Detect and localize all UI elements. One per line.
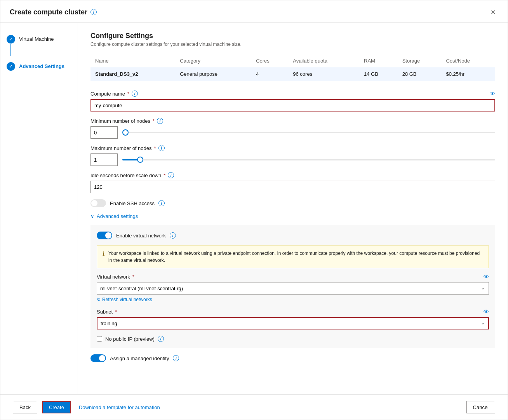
cell-ram: 14 GB: [359, 67, 398, 81]
managed-identity-row: Assign a managed identity i: [90, 354, 495, 362]
subnet-label: Subnet *: [97, 309, 117, 315]
enable-vnet-info-icon[interactable]: i: [170, 232, 176, 239]
toggle-knob-vnet: [105, 232, 111, 239]
title-row: Create compute cluster i: [10, 8, 97, 16]
enable-vnet-row: Enable virtual network i: [97, 232, 489, 239]
vnet-label-row: Virtual network * 👁: [97, 274, 489, 280]
managed-identity-label: Assign a managed identity: [110, 356, 169, 361]
min-nodes-slider-track: [122, 132, 495, 133]
compute-name-input[interactable]: [90, 99, 495, 112]
advanced-settings-header[interactable]: ∨ Advanced settings: [90, 213, 495, 219]
enable-ssh-toggle[interactable]: [90, 199, 106, 207]
cell-storage: 28 GB: [398, 67, 442, 81]
max-nodes-info-icon[interactable]: i: [158, 145, 165, 151]
subnet-eye-icon[interactable]: 👁: [484, 308, 489, 315]
enable-vnet-toggle[interactable]: [97, 232, 112, 239]
close-button[interactable]: ✕: [487, 7, 498, 17]
chevron-down-icon: ∨: [90, 213, 94, 219]
sidebar: ✓ Virtual Machine ✓ Advanced Settings: [0, 23, 78, 394]
min-nodes-group: Minimum number of nodes * i: [90, 118, 495, 139]
enable-vnet-label: Enable virtual network: [116, 233, 166, 239]
step-indicator-vm: ✓: [7, 35, 15, 56]
cell-quota: 96 cores: [288, 67, 359, 81]
col-header-quota: Available quota: [288, 55, 359, 67]
no-public-ip-label: No public IP (preview): [105, 336, 155, 342]
min-nodes-info-icon[interactable]: i: [157, 118, 163, 124]
enable-ssh-row: Enable SSH access i: [90, 199, 495, 207]
section-title: Configure Settings: [90, 32, 495, 40]
vnet-label: Virtual network *: [97, 274, 134, 280]
compute-name-eye-icon[interactable]: 👁: [490, 91, 495, 97]
step-circle-vm: ✓: [7, 35, 15, 44]
vnet-warning-box: ℹ Your workspace is linked to a virtual …: [97, 246, 489, 268]
dialog-body: ✓ Virtual Machine ✓ Advanced Settings Co…: [0, 23, 508, 394]
managed-identity-toggle[interactable]: [90, 354, 106, 362]
virtual-network-select[interactable]: ml-vnet-scentral (ml-vnet-scentral-rg): [97, 282, 489, 295]
back-button[interactable]: Back: [13, 401, 37, 413]
dialog-info-icon[interactable]: i: [90, 9, 97, 15]
col-header-name: Name: [90, 55, 175, 67]
refresh-icon: ↻: [97, 297, 101, 302]
section-subtitle: Configure compute cluster settings for y…: [90, 42, 495, 47]
warning-text: Your workspace is linked to a virtual ne…: [108, 250, 483, 264]
dialog-title: Create compute cluster: [10, 8, 87, 16]
managed-identity-info-icon[interactable]: i: [173, 355, 179, 361]
subnet-group: Subnet * 👁 training: [97, 308, 489, 329]
toggle-knob-ssh: [91, 200, 97, 206]
table-row[interactable]: Standard_DS3_v2 General purpose 4 96 cor…: [90, 67, 495, 81]
no-public-ip-row: No public IP (preview) i: [97, 336, 489, 342]
refresh-vnet-label: Refresh virtual networks: [102, 297, 152, 302]
cell-cost: $0.25/hr: [441, 67, 495, 81]
max-nodes-input[interactable]: [90, 153, 118, 166]
idle-seconds-required: *: [164, 173, 165, 178]
min-nodes-input[interactable]: [90, 126, 118, 139]
max-nodes-slider-track: [122, 159, 495, 160]
col-header-cost: Cost/Node: [441, 55, 495, 67]
cell-cores: 4: [251, 67, 288, 81]
enable-ssh-info-icon[interactable]: i: [158, 200, 165, 206]
subnet-select[interactable]: training: [97, 317, 489, 329]
advanced-settings-content: Enable virtual network i ℹ Your workspac…: [90, 225, 495, 348]
sidebar-step-advanced-settings[interactable]: ✓ Advanced Settings: [0, 59, 78, 74]
virtual-network-group: Virtual network * 👁 ml-vnet-scentral (ml…: [97, 274, 489, 302]
idle-seconds-info-icon[interactable]: i: [168, 172, 174, 178]
required-star: *: [127, 91, 129, 97]
subnet-select-wrapper: training: [97, 317, 489, 329]
idle-seconds-input[interactable]: [90, 181, 495, 193]
compute-name-label: Compute name * i 👁: [90, 91, 495, 97]
no-public-ip-checkbox[interactable]: [97, 336, 102, 342]
min-nodes-required: *: [153, 118, 155, 124]
compute-name-info-icon[interactable]: i: [132, 91, 138, 97]
create-compute-dialog: Create compute cluster i ✕ ✓ Virtual Mac…: [0, 0, 508, 420]
vnet-select-wrapper: ml-vnet-scentral (ml-vnet-scentral-rg): [97, 282, 489, 295]
max-nodes-group: Maximum number of nodes * i: [90, 145, 495, 166]
cell-category: General purpose: [175, 67, 251, 81]
min-nodes-slider-thumb[interactable]: [122, 129, 129, 136]
automation-link[interactable]: Download a template for automation: [79, 404, 160, 410]
dialog-footer: Back Create Download a template for auto…: [0, 394, 508, 420]
create-button[interactable]: Create: [42, 401, 71, 413]
col-header-category: Category: [175, 55, 251, 67]
vm-config-table: Name Category Cores Available quota RAM …: [90, 55, 495, 81]
step-circle-adv: ✓: [7, 62, 15, 71]
no-public-ip-info-icon[interactable]: i: [158, 336, 164, 342]
vnet-required: *: [132, 274, 134, 280]
cancel-button[interactable]: Cancel: [466, 401, 495, 413]
warning-icon: ℹ: [103, 250, 104, 264]
compute-name-group: Compute name * i 👁: [90, 91, 495, 112]
vnet-eye-icon[interactable]: 👁: [484, 274, 489, 280]
idle-seconds-label: Idle seconds before scale down * i: [90, 172, 495, 178]
dialog-header: Create compute cluster i ✕: [0, 0, 508, 23]
sidebar-item-label-vm: Virtual Machine: [19, 36, 54, 42]
step-line-vm: [10, 44, 11, 56]
max-nodes-input-row: [90, 153, 495, 166]
min-nodes-label: Minimum number of nodes * i: [90, 118, 495, 124]
idle-seconds-group: Idle seconds before scale down * i: [90, 172, 495, 193]
step-indicator-adv: ✓: [7, 62, 15, 71]
max-nodes-slider-thumb[interactable]: [137, 157, 143, 163]
col-header-ram: RAM: [359, 55, 398, 67]
sidebar-item-label-adv: Advanced Settings: [19, 63, 64, 69]
refresh-vnet-link[interactable]: ↻ Refresh virtual networks: [97, 297, 489, 302]
sidebar-step-virtual-machine[interactable]: ✓ Virtual Machine: [0, 32, 78, 59]
col-header-storage: Storage: [398, 55, 442, 67]
